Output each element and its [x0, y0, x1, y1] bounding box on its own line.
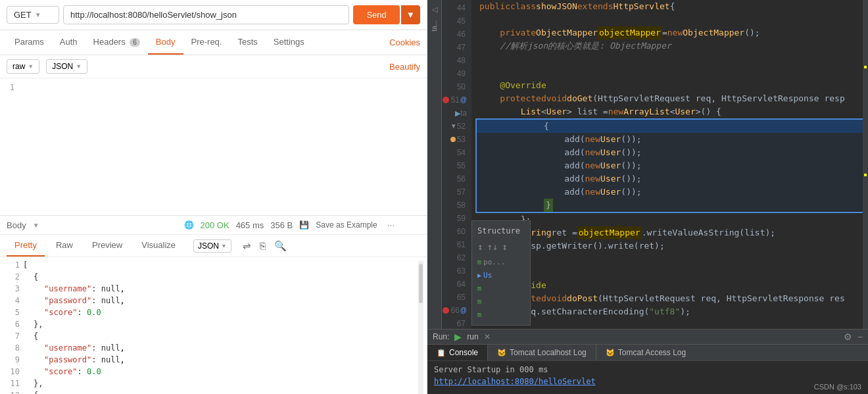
minus-icon[interactable]: −: [857, 332, 863, 342]
response-time: 465 ms: [236, 220, 264, 230]
tab-settings[interactable]: Settings: [266, 30, 312, 55]
response-tabs: Pretty Raw Preview Visualize JSON ▼ ⇌ ⎘ …: [0, 235, 427, 257]
save-example-link[interactable]: Save as Example: [316, 220, 377, 230]
code-line-50: @Override: [474, 79, 868, 92]
tree-item-m4: m: [477, 308, 525, 322]
resp-tab-visualize[interactable]: Visualize: [133, 235, 183, 257]
postman-panel: GET ▼ Send ▼ Params Auth Headers 6 Body …: [0, 0, 427, 394]
json-content: [ { "username": null, "password": null, …: [23, 260, 418, 394]
class-icon: ▶: [477, 269, 481, 282]
json-line: "password": null,: [23, 355, 418, 367]
resp-tab-raw[interactable]: Raw: [48, 235, 81, 257]
request-body-editor[interactable]: 1: [0, 78, 427, 216]
scroll-marker-yellow: [864, 66, 867, 68]
console-line-startup: Server Startup in 000 ms: [434, 364, 861, 376]
console-content: Server Startup in 000 ms http://localhos…: [427, 361, 868, 394]
method-label: GET: [14, 10, 32, 20]
ide-container: ◁ ta... 44 45 46 47 48 49 50 51 @ ▶ta ▼5…: [427, 0, 868, 394]
resp-format-select[interactable]: JSON ▼: [193, 239, 231, 253]
code-line-45: [474, 13, 868, 26]
console-tab-tomcat-access[interactable]: 🐱 Tomcat Access Log: [596, 345, 695, 360]
code-line-54: add(new User());: [477, 133, 867, 146]
tomcat-local-label: Tomcat Localhost Log: [510, 348, 587, 357]
method-select[interactable]: GET ▼: [7, 6, 59, 24]
json-line: "score": 0.0: [23, 367, 418, 379]
chevron-down-icon: ▼: [221, 243, 227, 249]
search-icon[interactable]: 🔍: [272, 237, 289, 255]
ide-code-area: ◁ ta... 44 45 46 47 48 49 50 51 @ ▶ta ▼5…: [427, 0, 868, 329]
tab-tests[interactable]: Tests: [229, 30, 265, 55]
code-line-65: @Override: [474, 279, 868, 292]
json-line: {: [23, 272, 418, 284]
pin-icon[interactable]: ↕: [502, 240, 507, 253]
body-label: Body: [7, 220, 26, 230]
tab-prereq[interactable]: Pre-req.: [183, 30, 230, 55]
console-line-url: http://localhost:8080/helloServlet: [434, 376, 861, 387]
chevron-down-icon: ▼: [33, 222, 39, 229]
chevron-down-icon: ▼: [28, 63, 34, 70]
code-line-67: req.setCharacterEncoding("utf8");: [474, 305, 868, 318]
json-format-select[interactable]: JSON ▼: [46, 59, 87, 74]
resp-tab-pretty[interactable]: Pretty: [7, 235, 45, 257]
localhost-link[interactable]: http://localhost:8080/helloServlet: [434, 377, 596, 386]
url-input[interactable]: [63, 5, 349, 24]
code-line: 1: [3, 82, 423, 93]
structure-label: Structure: [477, 224, 525, 237]
method-icon2: m: [477, 282, 481, 295]
line-numbers: 1 2 3 4 5 6 7 8 9 10 11 12 13 14 15 16: [3, 260, 23, 394]
ide-scrollbar[interactable]: [863, 0, 868, 329]
tab-auth[interactable]: Auth: [52, 30, 85, 55]
more-icon[interactable]: ···: [387, 220, 395, 230]
code-line-59: }: [477, 199, 867, 212]
tree-item-m: m po...: [477, 256, 525, 269]
response-body: 1 2 3 4 5 6 7 8 9 10 11 12 13 14 15 16 […: [0, 257, 427, 394]
filter-icon[interactable]: ↑↓: [487, 240, 498, 253]
copy-icon[interactable]: ⎘: [257, 237, 268, 254]
body-options: raw ▼ JSON ▼ Beautify: [0, 55, 427, 78]
chevron-down-icon: ▼: [35, 11, 41, 18]
console-tab-tomcat-local[interactable]: 🐱 Tomcat Localhost Log: [488, 345, 596, 360]
code-line-46: private ObjectMapper objectMapper = new …: [474, 26, 868, 39]
code-line-47: //解析json的核心类就是: ObjectMapper: [474, 39, 868, 53]
collapse-icon[interactable]: ◁: [432, 5, 437, 14]
gear-icon[interactable]: ⚙: [844, 332, 852, 342]
code-line-44: public class showJSON extends HttpServle…: [474, 0, 868, 13]
json-line: "username": null,: [23, 343, 418, 355]
send-button[interactable]: Send: [353, 5, 399, 24]
ide-code-content: public class showJSON extends HttpServle…: [471, 0, 868, 329]
body-type-select[interactable]: raw ▼: [7, 59, 39, 74]
tab-body[interactable]: Body: [148, 30, 183, 55]
scrollbar[interactable]: [418, 260, 423, 394]
tomcat-access-icon: 🐱: [606, 349, 615, 357]
beautify-button[interactable]: Beautify: [389, 62, 420, 72]
request-tabs: Params Auth Headers 6 Body Pre-req. Test…: [0, 30, 427, 55]
code-line-57: add(new User());: [477, 172, 867, 185]
structure-buttons[interactable]: ↕ ↑↓ ↕: [477, 240, 525, 253]
close-tab-icon[interactable]: ✕: [484, 332, 491, 341]
sort-icon[interactable]: ↕: [477, 240, 483, 253]
console-tab-console[interactable]: 📋 Console: [427, 345, 488, 360]
cookies-link[interactable]: Cookies: [389, 37, 420, 47]
method-icon3: m: [477, 295, 481, 308]
wrap-icon[interactable]: ⇌: [240, 237, 254, 255]
json-line: {: [23, 332, 418, 343]
scroll-marker-yellow2: [864, 174, 867, 176]
run-bar: Run: ▶ run ✕ ⚙ −: [427, 330, 868, 345]
run-button[interactable]: run: [467, 332, 478, 341]
code-line-60: };: [474, 213, 868, 226]
url-bar: GET ▼ Send ▼: [0, 0, 427, 30]
code-line-62: resp.getWriter().write(ret);: [474, 239, 868, 253]
json-line: },: [23, 379, 418, 391]
structure-tree: m po... ▶ Us m m m: [477, 256, 525, 322]
code-line-55: add(new User());: [477, 146, 867, 159]
console-tab-label: Console: [449, 348, 478, 357]
code-line-48: [474, 53, 868, 66]
status-badge: 200 OK: [201, 220, 229, 230]
run-icon: ▶: [454, 332, 462, 342]
tab-headers[interactable]: Headers 6: [85, 30, 148, 55]
save-icon: 💾: [299, 220, 309, 230]
response-size: 356 B: [270, 220, 293, 230]
tab-params[interactable]: Params: [7, 30, 52, 55]
send-dropdown-button[interactable]: ▼: [401, 5, 420, 24]
resp-tab-preview[interactable]: Preview: [84, 235, 130, 257]
